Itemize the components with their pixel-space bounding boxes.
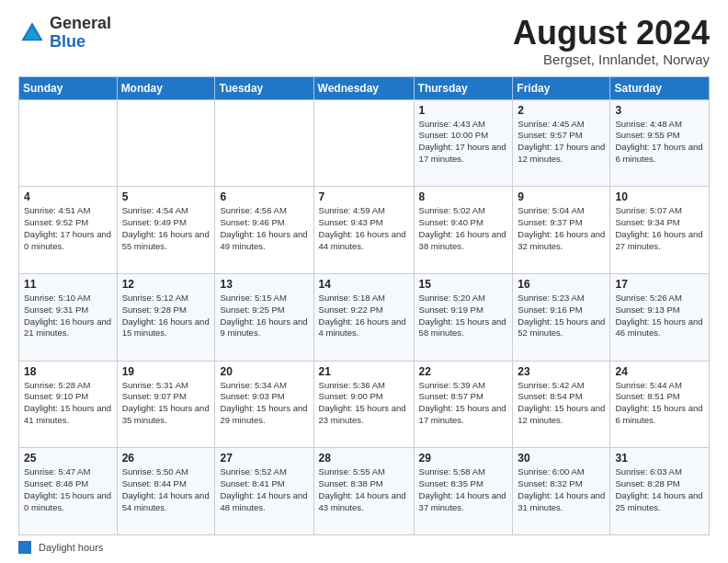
day-info: Sunrise: 5:20 AM Sunset: 9:19 PM Dayligh… <box>419 293 508 339</box>
page: General Blue August 2024 Bergset, Innlan… <box>0 0 728 563</box>
day-number: 14 <box>319 278 409 291</box>
calendar-cell: 25Sunrise: 5:47 AM Sunset: 8:48 PM Dayli… <box>19 448 118 535</box>
header: General Blue August 2024 Bergset, Innlan… <box>18 15 710 67</box>
day-header-saturday: Saturday <box>610 76 710 99</box>
day-info: Sunrise: 5:02 AM Sunset: 9:40 PM Dayligh… <box>419 205 508 252</box>
calendar-cell: 17Sunrise: 5:26 AM Sunset: 9:13 PM Dayli… <box>610 273 710 361</box>
calendar-cell <box>215 99 313 187</box>
day-number: 21 <box>319 365 409 378</box>
logo-text: General Blue <box>50 15 111 52</box>
day-info: Sunrise: 5:34 AM Sunset: 9:03 PM Dayligh… <box>220 380 308 427</box>
calendar-cell: 4Sunrise: 4:51 AM Sunset: 9:52 PM Daylig… <box>19 187 118 274</box>
day-number: 11 <box>24 278 112 291</box>
day-number: 5 <box>122 190 210 203</box>
day-info: Sunrise: 5:23 AM Sunset: 9:16 PM Dayligh… <box>518 293 605 339</box>
calendar-cell: 11Sunrise: 5:10 AM Sunset: 9:31 PM Dayli… <box>19 273 118 361</box>
calendar-cell: 18Sunrise: 5:28 AM Sunset: 9:10 PM Dayli… <box>19 361 118 448</box>
calendar-cell: 1Sunrise: 4:43 AM Sunset: 10:00 PM Dayli… <box>414 99 513 187</box>
calendar-cell: 28Sunrise: 5:55 AM Sunset: 8:38 PM Dayli… <box>313 448 414 535</box>
day-number: 29 <box>419 452 508 465</box>
footer-color-box <box>18 541 31 554</box>
day-info: Sunrise: 5:55 AM Sunset: 8:38 PM Dayligh… <box>319 466 409 513</box>
day-number: 16 <box>518 278 605 291</box>
week-row-0: 1Sunrise: 4:43 AM Sunset: 10:00 PM Dayli… <box>19 99 710 187</box>
calendar-cell: 30Sunrise: 6:00 AM Sunset: 8:32 PM Dayli… <box>513 448 610 535</box>
calendar-cell: 22Sunrise: 5:39 AM Sunset: 8:57 PM Dayli… <box>414 361 513 448</box>
day-number: 18 <box>24 365 112 378</box>
day-number: 7 <box>319 190 409 203</box>
calendar-cell: 29Sunrise: 5:58 AM Sunset: 8:35 PM Dayli… <box>414 448 513 535</box>
calendar-cell <box>19 99 118 187</box>
day-number: 2 <box>518 104 605 117</box>
day-number: 26 <box>122 452 210 465</box>
calendar-cell <box>313 99 414 187</box>
day-number: 6 <box>220 190 308 203</box>
calendar-cell: 9Sunrise: 5:04 AM Sunset: 9:37 PM Daylig… <box>513 187 610 274</box>
day-info: Sunrise: 6:00 AM Sunset: 8:32 PM Dayligh… <box>518 466 605 513</box>
logo: General Blue <box>18 15 111 52</box>
day-number: 30 <box>518 452 605 465</box>
day-number: 25 <box>24 452 112 465</box>
logo-icon <box>18 19 46 47</box>
day-info: Sunrise: 5:58 AM Sunset: 8:35 PM Dayligh… <box>419 466 508 513</box>
day-info: Sunrise: 5:07 AM Sunset: 9:34 PM Dayligh… <box>615 205 704 252</box>
day-info: Sunrise: 4:51 AM Sunset: 9:52 PM Dayligh… <box>24 205 112 252</box>
day-header-wednesday: Wednesday <box>313 76 414 99</box>
logo-blue: Blue <box>50 32 85 51</box>
location: Bergset, Innlandet, Norway <box>513 52 710 67</box>
day-number: 9 <box>518 190 605 203</box>
day-info: Sunrise: 5:26 AM Sunset: 9:13 PM Dayligh… <box>615 293 704 339</box>
day-info: Sunrise: 5:18 AM Sunset: 9:22 PM Dayligh… <box>319 293 409 339</box>
day-number: 17 <box>615 278 704 291</box>
day-header-friday: Friday <box>513 76 610 99</box>
calendar-cell: 27Sunrise: 5:52 AM Sunset: 8:41 PM Dayli… <box>215 448 313 535</box>
day-info: Sunrise: 4:56 AM Sunset: 9:46 PM Dayligh… <box>220 205 308 252</box>
calendar-cell: 5Sunrise: 4:54 AM Sunset: 9:49 PM Daylig… <box>117 187 215 274</box>
day-number: 24 <box>615 365 704 378</box>
day-info: Sunrise: 4:45 AM Sunset: 9:57 PM Dayligh… <box>518 119 605 166</box>
day-header-sunday: Sunday <box>19 76 118 99</box>
day-number: 31 <box>615 452 704 465</box>
day-header-monday: Monday <box>117 76 215 99</box>
calendar-cell: 14Sunrise: 5:18 AM Sunset: 9:22 PM Dayli… <box>313 273 414 361</box>
day-number: 15 <box>419 278 508 291</box>
day-number: 22 <box>419 365 508 378</box>
day-info: Sunrise: 5:44 AM Sunset: 8:51 PM Dayligh… <box>615 380 704 427</box>
calendar-cell: 31Sunrise: 6:03 AM Sunset: 8:28 PM Dayli… <box>610 448 710 535</box>
day-info: Sunrise: 5:15 AM Sunset: 9:25 PM Dayligh… <box>220 293 308 339</box>
day-number: 8 <box>419 190 508 203</box>
week-row-4: 25Sunrise: 5:47 AM Sunset: 8:48 PM Dayli… <box>19 448 710 535</box>
day-info: Sunrise: 6:03 AM Sunset: 8:28 PM Dayligh… <box>615 466 704 513</box>
day-number: 27 <box>220 452 308 465</box>
day-info: Sunrise: 5:50 AM Sunset: 8:44 PM Dayligh… <box>122 466 210 513</box>
calendar-cell: 8Sunrise: 5:02 AM Sunset: 9:40 PM Daylig… <box>414 187 513 274</box>
footer-label: Daylight hours <box>39 542 103 553</box>
calendar-cell: 21Sunrise: 5:36 AM Sunset: 9:00 PM Dayli… <box>313 361 414 448</box>
calendar-cell: 6Sunrise: 4:56 AM Sunset: 9:46 PM Daylig… <box>215 187 313 274</box>
day-number: 1 <box>419 104 508 117</box>
calendar-cell: 10Sunrise: 5:07 AM Sunset: 9:34 PM Dayli… <box>610 187 710 274</box>
logo-general: General <box>50 14 111 32</box>
calendar-cell: 3Sunrise: 4:48 AM Sunset: 9:55 PM Daylig… <box>610 99 710 187</box>
calendar-cell: 15Sunrise: 5:20 AM Sunset: 9:19 PM Dayli… <box>414 273 513 361</box>
day-info: Sunrise: 4:54 AM Sunset: 9:49 PM Dayligh… <box>122 205 210 252</box>
calendar-cell: 19Sunrise: 5:31 AM Sunset: 9:07 PM Dayli… <box>117 361 215 448</box>
day-info: Sunrise: 5:28 AM Sunset: 9:10 PM Dayligh… <box>24 380 112 427</box>
day-info: Sunrise: 5:12 AM Sunset: 9:28 PM Dayligh… <box>122 293 210 339</box>
day-number: 20 <box>220 365 308 378</box>
calendar-cell: 23Sunrise: 5:42 AM Sunset: 8:54 PM Dayli… <box>513 361 610 448</box>
day-info: Sunrise: 5:39 AM Sunset: 8:57 PM Dayligh… <box>419 380 508 427</box>
day-info: Sunrise: 5:42 AM Sunset: 8:54 PM Dayligh… <box>518 380 605 427</box>
day-info: Sunrise: 5:31 AM Sunset: 9:07 PM Dayligh… <box>122 380 210 427</box>
day-number: 10 <box>615 190 704 203</box>
day-info: Sunrise: 5:52 AM Sunset: 8:41 PM Dayligh… <box>220 466 308 513</box>
calendar-cell: 16Sunrise: 5:23 AM Sunset: 9:16 PM Dayli… <box>513 273 610 361</box>
day-header-thursday: Thursday <box>414 76 513 99</box>
day-info: Sunrise: 4:59 AM Sunset: 9:43 PM Dayligh… <box>319 205 409 252</box>
day-header-tuesday: Tuesday <box>215 76 313 99</box>
day-number: 19 <box>122 365 210 378</box>
calendar-cell: 7Sunrise: 4:59 AM Sunset: 9:43 PM Daylig… <box>313 187 414 274</box>
day-info: Sunrise: 4:43 AM Sunset: 10:00 PM Daylig… <box>419 119 508 166</box>
week-row-2: 11Sunrise: 5:10 AM Sunset: 9:31 PM Dayli… <box>19 273 710 361</box>
day-info: Sunrise: 5:10 AM Sunset: 9:31 PM Dayligh… <box>24 293 112 339</box>
